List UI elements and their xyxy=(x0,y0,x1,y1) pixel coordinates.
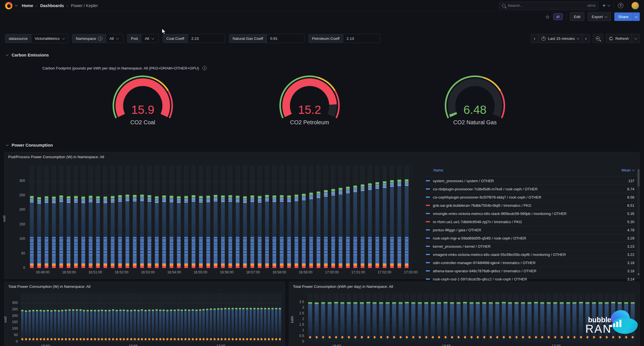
series-name[interactable]: csi-rbdplugin-provisioner-7c8b45d6-m7kx6… xyxy=(433,187,615,191)
bar[interactable] xyxy=(217,308,219,342)
bar[interactable] xyxy=(94,310,96,342)
legend-row[interactable]: vmsingle-vmks-victoria-metrics-k8s-stack… xyxy=(426,209,634,217)
bar[interactable] xyxy=(214,195,217,268)
series-name[interactable]: odin-controller-manager-9748f4f86-tgkn4 … xyxy=(433,261,615,265)
bar[interactable] xyxy=(65,310,67,342)
bar[interactable] xyxy=(228,308,230,342)
bar[interactable] xyxy=(265,195,269,268)
series-name[interactable]: nr-rfsim.ue1.ue1-7dbb9c6548-zpj7n / trir… xyxy=(433,220,615,224)
bar[interactable] xyxy=(111,196,114,268)
bar[interactable] xyxy=(37,197,41,268)
legend-row[interactable]: vmagent-vmks-victoria-metrics-k8s-stack-… xyxy=(426,250,634,258)
bar[interactable] xyxy=(181,310,183,342)
bar[interactable] xyxy=(368,183,372,268)
bar[interactable] xyxy=(134,310,136,342)
bar[interactable] xyxy=(239,308,241,342)
bar[interactable] xyxy=(508,302,512,342)
bar[interactable] xyxy=(250,195,254,268)
series-name[interactable]: athena-base-operator-848c7876d6-qk6xz / … xyxy=(433,269,615,273)
bar[interactable] xyxy=(170,310,172,342)
legend-row[interactable]: csi-rbdplugin-provisioner-7c8b45d6-m7kx6… xyxy=(426,185,634,193)
bar[interactable] xyxy=(379,302,383,342)
time-range-picker[interactable]: Last 15 minutes xyxy=(538,34,582,43)
bar[interactable] xyxy=(108,310,111,342)
series-name[interactable]: rook-ceph-osd-1-597c6cdc5b-q6cc2 / rook-… xyxy=(433,277,615,281)
user-avatar[interactable] xyxy=(632,2,639,9)
total-power-kwh-panel[interactable]: Total Power Consumption (kWh per day) in… xyxy=(289,282,640,346)
series-name[interactable]: csi-cephfsplugin-provisioner-9c5f7f876-l… xyxy=(433,195,615,199)
bar[interactable] xyxy=(21,310,23,342)
bar[interactable] xyxy=(528,302,531,342)
bar[interactable] xyxy=(405,179,409,268)
bar[interactable] xyxy=(302,194,306,268)
bar[interactable] xyxy=(89,196,92,268)
bar[interactable] xyxy=(174,310,176,342)
bar[interactable] xyxy=(199,309,201,342)
natural-gas-coeff-input[interactable]: 0.91 xyxy=(267,34,304,43)
bar[interactable] xyxy=(279,308,281,342)
bar[interactable] xyxy=(450,302,454,342)
bar[interactable] xyxy=(59,195,63,268)
legend-row[interactable]: nr-rfsim.ue1.ue1-7dbb9c6548-zpj7n / trir… xyxy=(426,217,634,226)
bar[interactable] xyxy=(392,302,396,342)
scroll-down-arrow-icon[interactable]: ▼ xyxy=(637,273,640,276)
bar[interactable] xyxy=(275,308,277,342)
bar[interactable] xyxy=(195,310,198,342)
bar[interactable] xyxy=(264,308,266,342)
bar[interactable] xyxy=(36,310,38,342)
bar[interactable] xyxy=(431,302,435,342)
legend-row[interactable]: athena-base-operator-848c7876d6-qk6xz / … xyxy=(426,267,634,275)
panel-title[interactable]: Total Power Consumption (kWh per day) in… xyxy=(293,284,393,289)
breadcrumb-dashboards[interactable]: Dashboards xyxy=(40,3,64,8)
legend-row[interactable]: odin-controller-manager-9748f4f86-tgkn4 … xyxy=(426,258,634,267)
bar[interactable] xyxy=(101,310,103,342)
bar[interactable] xyxy=(386,302,390,342)
bar[interactable] xyxy=(521,302,525,342)
pod-power-chart[interactable]: 30025020015010050016:49:0016:50:0016:51:… xyxy=(28,166,410,268)
bar[interactable] xyxy=(162,195,166,268)
legend-row[interactable]: gnb.oai-gnb.bubbleran-76dbb7554b-t9ql5 /… xyxy=(426,201,634,209)
bar[interactable] xyxy=(437,302,441,342)
bar[interactable] xyxy=(224,308,226,342)
bar[interactable] xyxy=(347,302,351,342)
legend-name-header[interactable]: Name xyxy=(426,168,443,172)
series-name[interactable]: vmsingle-vmks-victoria-metrics-k8s-stack… xyxy=(433,212,615,216)
bar[interactable] xyxy=(502,302,506,342)
bar[interactable] xyxy=(192,309,194,342)
bar[interactable] xyxy=(126,310,129,342)
bar[interactable] xyxy=(250,308,252,342)
bar[interactable] xyxy=(141,309,143,342)
bar[interactable] xyxy=(308,302,312,342)
bar[interactable] xyxy=(353,186,357,268)
grafana-logo-icon[interactable] xyxy=(5,2,12,9)
bar[interactable] xyxy=(67,196,70,268)
series-name[interactable]: pontus-96ggn / gaia / OTHER xyxy=(433,228,615,232)
public-dashboard-icon[interactable]: ⇄ xyxy=(553,13,563,20)
bar[interactable] xyxy=(315,303,319,342)
bar[interactable] xyxy=(112,309,114,342)
info-icon[interactable]: i xyxy=(98,36,102,41)
bar[interactable] xyxy=(476,302,480,342)
bar[interactable] xyxy=(309,193,313,268)
datasource-select[interactable]: VictoriaMetrics xyxy=(31,34,68,43)
time-shift-back-button[interactable]: ‹ xyxy=(531,34,538,43)
bar[interactable] xyxy=(260,308,263,342)
bar[interactable] xyxy=(163,310,165,342)
bar[interactable] xyxy=(489,302,493,342)
bar[interactable] xyxy=(495,302,499,342)
bar[interactable] xyxy=(188,310,190,342)
edit-button[interactable]: Edit xyxy=(570,12,584,21)
bar[interactable] xyxy=(96,196,100,268)
bar[interactable] xyxy=(221,195,225,268)
bar[interactable] xyxy=(170,196,173,268)
series-name[interactable]: vmagent-vmks-victoria-metrics-k8s-stack-… xyxy=(433,253,615,257)
refresh-interval-dropdown[interactable] xyxy=(632,34,640,43)
bar[interactable] xyxy=(52,197,56,268)
bar[interactable] xyxy=(74,196,78,268)
bar[interactable] xyxy=(242,308,245,342)
bar[interactable] xyxy=(202,309,205,342)
bar[interactable] xyxy=(246,308,248,342)
bar[interactable] xyxy=(58,310,60,342)
bar[interactable] xyxy=(258,196,262,268)
gauge-co2-coal[interactable]: 15.9 CO2 Coal xyxy=(110,74,175,126)
